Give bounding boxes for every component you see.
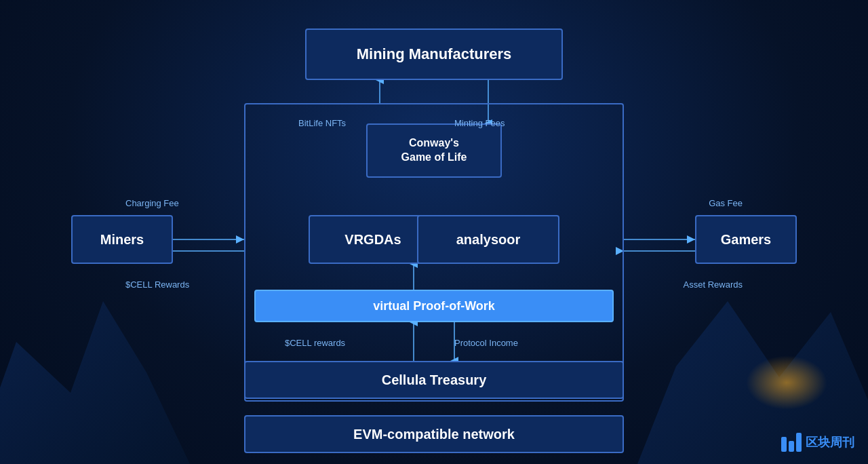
logo-bar-3 <box>796 433 802 452</box>
box-analysoor: analysoor <box>417 215 559 264</box>
label-bitlife-nfts: BitLife NFTs <box>298 118 346 128</box>
logo: 区块周刊 <box>781 433 854 452</box>
logo-icon <box>781 433 802 452</box>
label-protocol-income: Protocol Income <box>454 338 518 348</box>
label-charging-fee: Charging Fee <box>125 198 179 208</box>
label-minting-fees: Minting Fees <box>454 118 505 128</box>
label-gas-fee: Gas Fee <box>709 198 743 208</box>
diagram: Mining Manufacturers Conway's Game of Li… <box>61 15 807 449</box>
box-vpow: virtual Proof-of-Work <box>254 290 614 322</box>
box-miners: Miners <box>71 215 173 264</box>
label-cell-rewards: $CELL Rewards <box>125 279 189 290</box>
logo-text: 区块周刊 <box>806 434 854 450</box>
box-mining-manufacturers: Mining Manufacturers <box>305 28 563 80</box>
box-conways: Conway's Game of Life <box>366 123 502 178</box>
label-cell-rewards-bottom: $CELL rewards <box>285 338 345 348</box>
box-treasury: Cellula Treasury <box>244 361 624 399</box>
main-container: Mining Manufacturers Conway's Game of Li… <box>0 0 868 464</box>
logo-bar-1 <box>781 437 787 452</box>
label-asset-rewards: Asset Rewards <box>684 279 743 290</box>
box-evm: EVM-compatible network <box>244 415 624 453</box>
logo-bar-2 <box>789 441 794 452</box>
box-gamers: Gamers <box>695 215 797 264</box>
